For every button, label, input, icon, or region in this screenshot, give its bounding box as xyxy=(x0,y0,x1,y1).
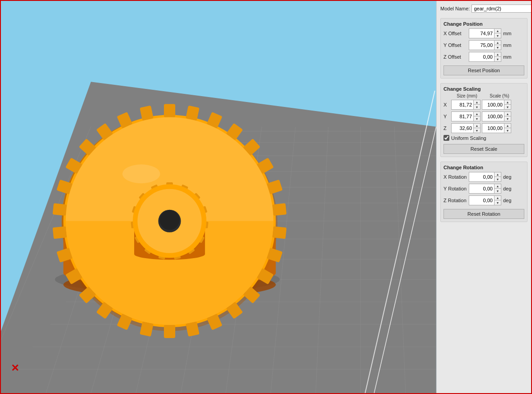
y-offset-input[interactable] xyxy=(469,42,494,49)
z-scale-arrows: ▲ ▼ xyxy=(504,124,511,133)
z-scale-row: Z ▲ ▼ ▲ ▼ xyxy=(443,123,524,133)
x-rotation-row: X Rotation ▲ ▼ deg xyxy=(443,172,524,182)
y-rotation-input[interactable] xyxy=(469,185,494,192)
y-offset-row: Y Offset ▲ ▼ mm xyxy=(443,40,524,50)
y-offset-label: Y Offset xyxy=(443,42,467,48)
z-rotation-label: Z Rotation xyxy=(443,198,467,203)
x-size-down[interactable]: ▼ xyxy=(474,105,480,109)
y-size-spinbox: ▲ ▼ xyxy=(451,111,481,121)
z-size-spinbox: ▲ ▼ xyxy=(451,123,481,133)
scale-col-header: Scale (%) xyxy=(484,93,515,98)
x-rotation-down[interactable]: ▼ xyxy=(495,177,501,181)
x-offset-arrows: ▲ ▼ xyxy=(494,29,501,38)
origin-x-marker: ✕ xyxy=(11,362,19,374)
y-rotation-arrows: ▲ ▼ xyxy=(494,184,501,193)
svg-rect-64 xyxy=(52,203,67,216)
model-name-label: Model Name: xyxy=(440,6,470,11)
size-col-header: Size (mm) xyxy=(452,93,482,98)
rotation-section-title: Change Rotation xyxy=(443,165,524,170)
z-offset-unit: mm xyxy=(503,54,512,60)
viewport: ✕ xyxy=(1,1,436,393)
x-scale-input[interactable] xyxy=(482,101,504,108)
y-offset-unit: mm xyxy=(503,42,512,48)
x-size-arrows: ▲ ▼ xyxy=(473,100,480,109)
y-rotation-row: Y Rotation ▲ ▼ deg xyxy=(443,184,524,194)
rotation-section: Change Rotation X Rotation ▲ ▼ deg Y Rot… xyxy=(440,162,527,222)
x-rotation-arrows: ▲ ▼ xyxy=(494,172,501,181)
z-offset-input[interactable] xyxy=(469,53,494,60)
model-name-row: Model Name: xyxy=(440,5,527,13)
x-rotation-up[interactable]: ▲ xyxy=(495,172,501,177)
scene-svg: ✕ xyxy=(1,1,436,393)
uniform-scaling-label: Uniform Scaling xyxy=(451,135,486,141)
svg-rect-56 xyxy=(164,325,175,338)
x-offset-input[interactable] xyxy=(469,30,494,37)
y-rotation-unit: deg xyxy=(503,186,512,191)
x-offset-row: X Offset ▲ ▼ mm xyxy=(443,28,524,38)
z-offset-up[interactable]: ▲ xyxy=(495,52,501,57)
z-size-down[interactable]: ▼ xyxy=(474,128,480,133)
y-size-up[interactable]: ▲ xyxy=(474,112,480,116)
x-scale-label: X xyxy=(443,102,450,107)
x-rotation-input[interactable] xyxy=(469,173,494,181)
x-offset-spinbox: ▲ ▼ xyxy=(469,28,501,38)
x-offset-unit: mm xyxy=(503,31,512,36)
reset-rotation-button[interactable]: Reset Rotation xyxy=(443,209,524,219)
z-offset-label: Z Offset xyxy=(443,54,467,60)
z-size-up[interactable]: ▲ xyxy=(474,124,480,128)
uniform-scaling-checkbox[interactable] xyxy=(443,135,449,141)
y-scale-arrows: ▲ ▼ xyxy=(504,112,511,121)
x-rotation-unit: deg xyxy=(503,174,512,180)
x-size-input[interactable] xyxy=(452,101,473,108)
y-rotation-down[interactable]: ▼ xyxy=(495,189,501,193)
z-scale-up[interactable]: ▲ xyxy=(504,124,511,128)
z-rotation-arrows: ▲ ▼ xyxy=(494,196,501,205)
y-scale-down[interactable]: ▼ xyxy=(504,116,511,121)
y-size-down[interactable]: ▼ xyxy=(474,116,480,121)
z-size-input[interactable] xyxy=(452,125,473,132)
y-rotation-up[interactable]: ▲ xyxy=(495,184,501,189)
x-rotation-label: X Rotation xyxy=(443,174,467,180)
z-scale-input[interactable] xyxy=(482,125,504,132)
x-offset-up[interactable]: ▲ xyxy=(495,29,501,33)
z-rotation-input[interactable] xyxy=(469,197,494,204)
scaling-section: Change Scaling Size (mm) Scale (%) X ▲ ▼ xyxy=(440,83,527,157)
y-offset-spinbox: ▲ ▼ xyxy=(469,40,501,50)
y-size-input[interactable] xyxy=(452,113,473,120)
z-rotation-up[interactable]: ▲ xyxy=(495,196,501,200)
z-scale-down[interactable]: ▼ xyxy=(504,128,511,133)
y-offset-down[interactable]: ▼ xyxy=(495,45,501,50)
main-container: ✕ Model Name: Change Position X Offset ▲ xyxy=(1,1,531,393)
position-section-title: Change Position xyxy=(443,21,524,27)
reset-scale-button[interactable]: Reset Scale xyxy=(443,144,524,154)
y-scale-input[interactable] xyxy=(482,113,504,120)
z-rotation-row: Z Rotation ▲ ▼ deg xyxy=(443,195,524,205)
viewport-canvas: ✕ xyxy=(1,1,436,393)
y-scale-label: Y xyxy=(443,114,450,119)
z-rotation-down[interactable]: ▼ xyxy=(495,200,501,205)
z-rotation-spinbox: ▲ ▼ xyxy=(469,195,501,205)
svg-point-93 xyxy=(122,164,160,183)
svg-rect-49 xyxy=(272,226,287,239)
z-size-arrows: ▲ ▼ xyxy=(473,124,480,133)
svg-rect-63 xyxy=(52,226,67,239)
y-scale-row: Y ▲ ▼ ▲ ▼ xyxy=(443,111,524,121)
x-scale-up[interactable]: ▲ xyxy=(504,100,511,105)
x-scale-arrows: ▲ ▼ xyxy=(504,100,511,109)
right-panel: Model Name: Change Position X Offset ▲ ▼… xyxy=(436,1,531,393)
x-offset-down[interactable]: ▼ xyxy=(495,33,501,38)
y-scale-up[interactable]: ▲ xyxy=(504,112,511,116)
model-name-input[interactable] xyxy=(471,5,531,13)
svg-point-92 xyxy=(160,210,180,230)
scaling-section-title: Change Scaling xyxy=(443,86,524,92)
svg-rect-41 xyxy=(164,104,175,117)
x-size-spinbox: ▲ ▼ xyxy=(451,100,481,110)
x-scale-down[interactable]: ▼ xyxy=(504,105,511,109)
x-scale-row: X ▲ ▼ ▲ ▼ xyxy=(443,100,524,110)
x-size-up[interactable]: ▲ xyxy=(474,100,480,105)
y-offset-up[interactable]: ▲ xyxy=(495,41,501,45)
reset-position-button[interactable]: Reset Position xyxy=(443,65,524,75)
z-offset-down[interactable]: ▼ xyxy=(495,57,501,61)
x-scale-spinbox: ▲ ▼ xyxy=(482,100,511,110)
svg-rect-48 xyxy=(272,203,287,216)
